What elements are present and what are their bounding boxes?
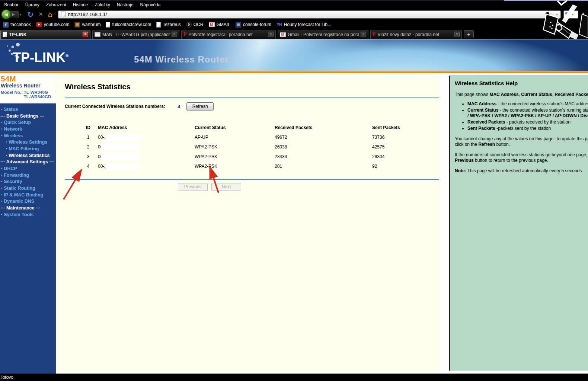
sidebar-item-system-tools[interactable]: •System Tools — [0, 211, 56, 218]
help-text: This page will be refreshed automaticall… — [466, 168, 583, 173]
bookmark-star-icon[interactable]: ☆ — [549, 11, 553, 18]
url-dropdown-icon[interactable]: ▾ — [556, 13, 558, 16]
help-term: Current Status — [467, 108, 498, 113]
home-button[interactable]: ⌂ — [48, 10, 53, 19]
cell-id: 4 — [79, 164, 98, 169]
bookmark-fullcontactcrew[interactable]: fullcontactcrew.com — [104, 22, 153, 28]
help-text: - packets received by the station — [505, 119, 570, 125]
menu-historie[interactable]: Historie — [70, 0, 92, 9]
menu-zalozky[interactable]: Záložky — [91, 0, 113, 9]
menu-nastroje[interactable]: Nástroje — [114, 0, 137, 9]
status-bar: Hotovo — [0, 374, 588, 381]
nav-label: Status — [4, 107, 18, 112]
close-icon[interactable]: × — [83, 32, 88, 37]
tab-tp-link[interactable]: TP-LINK × — [0, 30, 90, 39]
search-engine-dropdown-icon[interactable]: ▾ — [572, 13, 574, 16]
nav-label: --- Basic Settings --- — [0, 113, 44, 119]
bullet-icon: • — [6, 147, 7, 151]
bullet-icon: • — [1, 173, 2, 177]
history-dropdown[interactable]: ▾ — [20, 13, 22, 16]
refresh-button[interactable]: Refresh — [186, 102, 214, 111]
sidebar-item-static-routing[interactable]: •Static Routing — [0, 185, 56, 192]
tab-poradna-new-question[interactable]: P Vložit nový dotaz - poradna.net × — [370, 30, 462, 39]
menu-napoveda[interactable]: Nápověda — [137, 0, 164, 9]
url-text[interactable]: http://192.168.1.1/ — [68, 12, 546, 17]
bullet-icon: • — [1, 193, 2, 197]
table-header-row: ID MAC Address Current Status Received P… — [79, 123, 440, 132]
sidebar-item-status[interactable]: •Status — [0, 106, 56, 113]
bullet-icon: • — [1, 167, 2, 170]
bullet-icon: • — [1, 199, 2, 203]
tab-gmail[interactable]: M Gmail - Potvrzení registrace na poradn… — [278, 30, 368, 39]
sidebar-item-network[interactable]: •Network — [0, 126, 56, 132]
bullet-icon: • — [1, 213, 2, 217]
address-bar[interactable]: http://192.168.1.1/ ☆ ▾ — [58, 10, 561, 19]
help-text: You cannot change any of the values on t… — [455, 136, 588, 142]
close-icon[interactable]: × — [268, 32, 274, 37]
bookmark-warforum[interactable]: warforum — [73, 22, 102, 28]
help-term: MAC Address — [489, 92, 518, 97]
table-row: 1 00-1 AP-UP 49672 73736 — [79, 132, 440, 142]
banner-title: 54M Wireless Router — [134, 54, 229, 65]
sidebar-item-quick-setup[interactable]: •Quick Setup — [0, 119, 56, 126]
note-label: Note: — [455, 168, 466, 173]
cell-status: WPA2-PSK — [195, 144, 275, 150]
menu-upravy[interactable]: Úpravy — [22, 0, 43, 9]
bookmark-gmail[interactable]: M GMAIL — [207, 22, 232, 27]
tab-poradna-registration[interactable]: P Potvrďte registraci - poradna.net × — [181, 30, 276, 39]
close-icon[interactable]: × — [361, 32, 366, 37]
mac-redaction — [101, 144, 140, 150]
close-icon[interactable]: × — [172, 32, 177, 37]
mac-redaction — [105, 134, 141, 141]
sidebar: 54M Wireless Router Model No.: TL-WR340G… — [0, 73, 56, 374]
tab-title: Potvrďte registraci - poradna.net — [189, 32, 266, 37]
sidebar-item-ip-mac-binding[interactable]: •IP & MAC Binding — [0, 192, 56, 198]
navigation-toolbar: ◀ ▶ ▾ ↻ × ⌂ http://192.168.1.1/ ☆ ▾ ▾ 4 — [0, 9, 588, 20]
previous-button[interactable]: Previous — [178, 183, 208, 191]
bookmark-console-forum[interactable]: console-forum — [234, 22, 273, 28]
help-text: If the numbers of connected wireless sta… — [455, 152, 588, 158]
status-text: Hotovo — [0, 375, 13, 380]
help-term: Previous — [455, 158, 474, 163]
bookmark-tezareus[interactable]: Tezareus — [154, 22, 183, 28]
sidebar-section-basic-settings: --- Basic Settings --- — [0, 113, 56, 119]
bullet-icon: • — [1, 127, 2, 131]
back-button[interactable]: ◀ — [1, 9, 11, 19]
menu-soubor[interactable]: Soubor — [1, 0, 22, 9]
sidebar-item-wireless-settings[interactable]: •Wireless Settings — [0, 139, 56, 145]
logo-text: TP-LINK — [13, 50, 65, 65]
help-text: This page shows — [455, 92, 489, 97]
help-term: MAC Address — [467, 101, 496, 106]
nav-label: Network — [4, 127, 22, 132]
bookmark-facebook[interactable]: f faccebook — [1, 22, 33, 28]
search-box[interactable]: ▾ — [563, 10, 578, 19]
sidebar-section-advanced-settings: --- Advanced Settings --- — [0, 159, 56, 166]
sidebar-item-wireless-statistics[interactable]: •Wireless Statistics — [0, 152, 56, 159]
close-icon[interactable]: × — [454, 32, 460, 37]
screen: { "window": { "status_text": "Hotovo" },… — [0, 0, 588, 381]
cell-status: AP-UP — [195, 135, 275, 140]
cell-sent: 73736 — [372, 135, 439, 140]
sidebar-item-dhcp[interactable]: •DHCP — [0, 165, 56, 172]
help-term: Received Packets — [555, 92, 588, 97]
divider — [65, 179, 439, 180]
new-tab-button[interactable]: + — [464, 30, 474, 38]
help-term: Received Packets — [467, 119, 505, 125]
sidebar-item-mac-filtering[interactable]: •MAC Filtering — [0, 145, 56, 152]
next-button[interactable]: Next — [211, 183, 241, 191]
menu-zobrazeni[interactable]: Zobrazení — [43, 0, 70, 9]
back-icon: ◀ — [4, 12, 8, 17]
stop-button[interactable]: × — [39, 10, 43, 18]
sidebar-item-forwarding[interactable]: •Forwarding — [0, 172, 56, 179]
bookmark-youtube[interactable]: youtube.com — [34, 22, 71, 27]
sidebar-item-wireless[interactable]: •Wireless — [0, 132, 56, 139]
sidebar-item-dynamic-dns[interactable]: •Dynamic DNS — [0, 198, 56, 205]
sidebar-item-security[interactable]: •Security — [0, 179, 56, 185]
bookmark-ocr[interactable]: 0 OCR — [184, 22, 205, 28]
cell-mac: 00-2 — [98, 163, 195, 170]
mac-redaction — [105, 163, 140, 170]
refresh-button[interactable]: ↻ — [28, 10, 34, 19]
tp-link-banner: TP-LINK® 54M Wireless Router — [0, 39, 588, 71]
tab-pdf-manual[interactable]: MAN_TL-WA501G.pdf (application/pdf ... × — [92, 30, 179, 39]
bookmark-yr-forecast[interactable]: YR Hourly forecast for Lib... — [275, 22, 333, 27]
